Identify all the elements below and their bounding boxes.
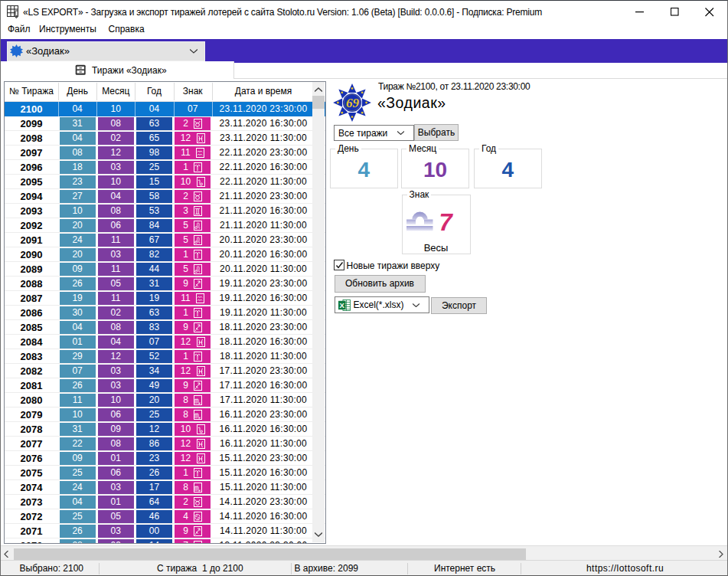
svg-text:X: X [339,301,344,309]
svg-text:69: 69 [346,96,360,110]
